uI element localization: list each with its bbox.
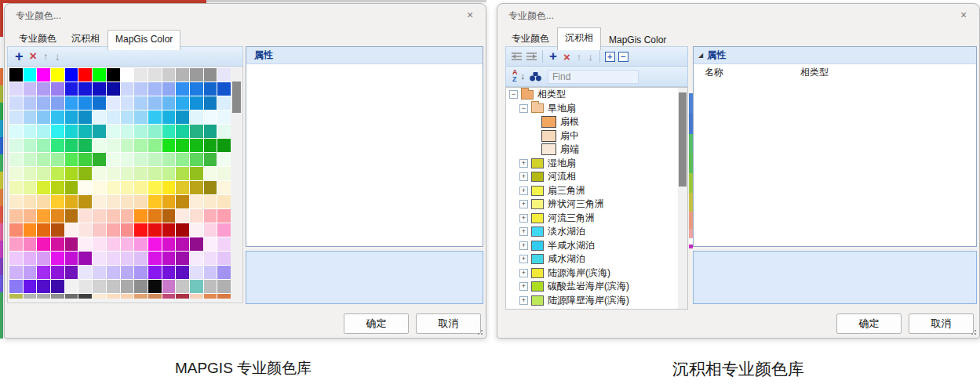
palette-cell[interactable] <box>176 153 189 166</box>
palette-cell[interactable] <box>121 294 134 299</box>
palette-cell[interactable] <box>37 209 50 223</box>
palette-cell[interactable] <box>65 110 78 124</box>
palette-cell[interactable] <box>134 280 148 293</box>
tab-沉积相[interactable]: 沉积相 <box>557 27 601 50</box>
collapse-all-icon[interactable]: − <box>618 52 628 62</box>
palette-cell[interactable] <box>93 223 106 237</box>
palette-cell[interactable] <box>78 181 92 194</box>
palette-cell[interactable] <box>78 195 92 208</box>
palette-cell[interactable] <box>93 68 106 82</box>
tree-item[interactable]: +河流三角洲 <box>506 212 687 226</box>
palette-cell[interactable] <box>37 125 50 138</box>
palette-cell[interactable] <box>148 181 162 194</box>
collapse-triangle-icon[interactable]: ◢ <box>698 52 703 59</box>
palette-cell[interactable] <box>107 125 120 138</box>
palette-cell[interactable] <box>107 223 120 237</box>
palette-cell[interactable] <box>24 237 37 251</box>
palette-cell[interactable] <box>24 181 37 194</box>
collapse-node-icon[interactable]: − <box>509 90 518 99</box>
palette-cell[interactable] <box>121 223 134 237</box>
palette-cell[interactable] <box>65 153 78 166</box>
palette-cell[interactable] <box>217 266 231 279</box>
tree-item[interactable]: −相类型 <box>506 88 687 102</box>
palette-cell[interactable] <box>78 110 92 124</box>
palette-cell[interactable] <box>37 167 50 180</box>
palette-cell[interactable] <box>217 252 231 265</box>
palette-cell[interactable] <box>78 280 92 293</box>
palette-cell[interactable] <box>148 96 162 110</box>
palette-cell[interactable] <box>24 153 37 166</box>
add-icon[interactable]: + <box>549 49 557 64</box>
palette-cell[interactable] <box>176 209 189 223</box>
palette-cell[interactable] <box>162 82 176 96</box>
palette-scrollbar-thumb[interactable] <box>232 82 241 113</box>
palette-cell[interactable] <box>51 139 64 152</box>
palette-cell[interactable] <box>204 209 217 223</box>
palette-cell[interactable] <box>51 294 64 299</box>
palette-cell[interactable] <box>37 294 50 299</box>
palette-cell[interactable] <box>121 139 134 152</box>
palette-cell[interactable] <box>148 266 162 279</box>
indent-icon[interactable] <box>526 53 537 60</box>
palette-cell[interactable] <box>121 82 134 96</box>
palette-cell[interactable] <box>121 266 134 279</box>
palette-cell[interactable] <box>148 252 162 265</box>
palette-cell[interactable] <box>9 68 23 82</box>
palette-cell[interactable] <box>204 110 217 124</box>
palette-cell[interactable] <box>65 280 78 293</box>
palette-cell[interactable] <box>162 167 176 180</box>
palette-cell[interactable] <box>93 252 106 265</box>
palette-cell[interactable] <box>176 195 189 208</box>
palette-cell[interactable] <box>217 181 231 194</box>
palette-cell[interactable] <box>93 294 106 299</box>
palette-cell[interactable] <box>9 195 23 208</box>
tree-item[interactable]: +扇三角洲 <box>506 184 687 198</box>
palette-cell[interactable] <box>78 237 92 251</box>
palette-cell[interactable] <box>176 280 189 293</box>
palette-cell[interactable] <box>217 237 231 251</box>
cancel-button[interactable]: 取消 <box>416 313 481 334</box>
palette-cell[interactable] <box>78 209 92 223</box>
move-down-icon[interactable]: ↓ <box>588 51 593 63</box>
palette-cell[interactable] <box>176 125 189 138</box>
palette-cell[interactable] <box>190 266 203 279</box>
palette-cell[interactable] <box>176 294 189 299</box>
tree-scrollbar[interactable] <box>678 88 687 309</box>
palette-cell[interactable] <box>121 110 134 124</box>
palette-cell[interactable] <box>121 237 134 251</box>
palette-cell[interactable] <box>134 96 148 110</box>
palette-cell[interactable] <box>24 223 37 237</box>
palette-cell[interactable] <box>9 266 23 279</box>
palette-cell[interactable] <box>190 153 203 166</box>
palette-cell[interactable] <box>148 167 162 180</box>
palette-cell[interactable] <box>190 280 203 293</box>
palette-cell[interactable] <box>78 252 92 265</box>
palette-cell[interactable] <box>78 266 92 279</box>
palette-cell[interactable] <box>65 252 78 265</box>
palette-cell[interactable] <box>176 181 189 194</box>
palette-cell[interactable] <box>107 294 120 299</box>
palette-cell[interactable] <box>162 209 176 223</box>
palette-cell[interactable] <box>176 96 189 110</box>
palette-cell[interactable] <box>204 68 217 82</box>
palette-cell[interactable] <box>204 223 217 237</box>
palette-cell[interactable] <box>9 209 23 223</box>
expand-node-icon[interactable]: + <box>519 172 528 181</box>
ok-button[interactable]: 确定 <box>836 313 902 334</box>
palette-cell[interactable] <box>37 110 50 124</box>
palette-cell[interactable] <box>204 294 217 299</box>
palette-cell[interactable] <box>190 68 203 82</box>
palette-cell[interactable] <box>93 110 106 124</box>
palette-cell[interactable] <box>78 139 92 152</box>
palette-cell[interactable] <box>148 125 162 138</box>
palette-cell[interactable] <box>148 195 162 208</box>
palette-cell[interactable] <box>148 110 162 124</box>
expand-node-icon[interactable]: + <box>519 200 528 208</box>
palette-cell[interactable] <box>9 223 23 237</box>
palette-cell[interactable] <box>217 139 231 152</box>
palette-cell[interactable] <box>9 167 23 180</box>
palette-cell[interactable] <box>24 252 37 265</box>
tree-item[interactable]: 扇根 <box>506 115 687 129</box>
palette-cell[interactable] <box>24 96 37 110</box>
tree-item[interactable]: +湿地扇 <box>506 157 687 171</box>
